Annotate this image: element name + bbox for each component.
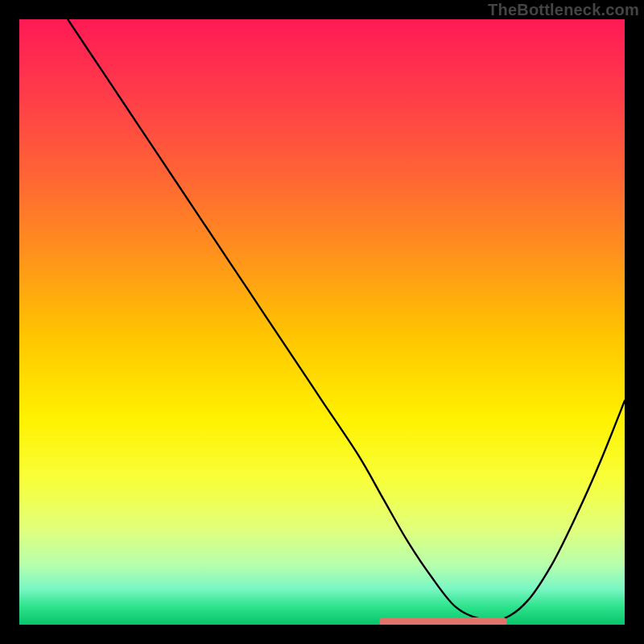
bottleneck-curve: [68, 19, 625, 621]
watermark-text: TheBottleneck.com: [488, 0, 639, 19]
optimal-band-marker: [379, 617, 506, 625]
plot-area: [19, 19, 625, 625]
curve-layer: [19, 19, 625, 625]
chart-frame: TheBottleneck.com: [0, 0, 644, 644]
